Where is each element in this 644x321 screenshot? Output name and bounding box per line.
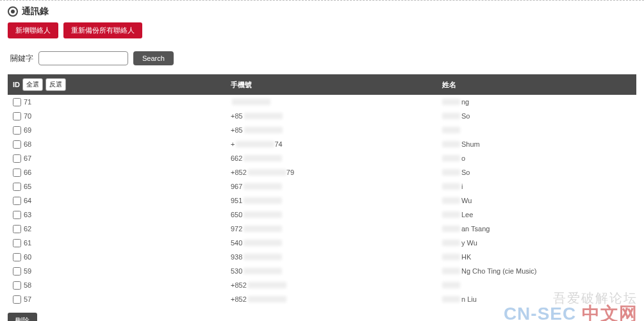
table-row: 64951Wu [8,193,636,208]
row-checkbox[interactable] [13,154,21,163]
select-all-button[interactable]: 全選 [22,78,43,91]
row-phone: 972 [231,225,442,233]
row-name: ng [442,98,631,106]
search-button[interactable]: Search [133,51,174,65]
table-row: 58+852 [8,278,636,292]
table-row: 61540y Wu [8,236,636,250]
row-id: 59 [24,267,31,275]
header-name: 姓名 [442,80,631,90]
row-name: o [442,154,631,162]
redacted-icon [244,197,282,204]
row-id: 61 [24,239,31,247]
row-phone: +85 [231,126,442,134]
row-id: 63 [24,211,31,218]
invert-select-button[interactable]: 反選 [45,78,66,91]
row-name: Shum [442,140,631,148]
row-name: Wu [442,197,631,204]
row-checkbox[interactable] [13,197,21,205]
row-name: So [442,169,631,176]
keyword-input[interactable] [38,51,128,65]
row-name [442,282,631,288]
row-checkbox[interactable] [13,98,21,106]
rebackup-all-button[interactable]: 重新備份所有聯絡人 [63,22,142,38]
row-phone: 662 [231,154,442,162]
row-id: 58 [24,281,31,289]
row-checkbox[interactable] [13,211,21,219]
row-phone: 951 [231,197,442,204]
row-phone: 540 [231,239,442,247]
contacts-table: ID 全選 反選 手機號 姓名 71ng70+85So69+8568+74Shu… [8,74,636,306]
row-phone [231,99,442,105]
redacted-icon [244,254,282,260]
row-checkbox[interactable] [13,225,21,233]
action-buttons: 新增聯絡人 重新備份所有聯絡人 [8,22,636,38]
row-checkbox[interactable] [13,183,21,191]
redacted-icon [442,155,460,161]
redacted-icon [236,141,274,147]
table-row: 69+85 [8,123,636,137]
contacts-icon [8,6,18,17]
delete-button[interactable]: 刪除 [8,313,37,321]
row-phone: +852 [231,281,442,289]
row-checkbox[interactable] [13,169,21,177]
row-checkbox[interactable] [13,239,21,247]
redacted-icon [442,183,460,190]
redacted-icon [442,141,460,147]
redacted-icon [244,268,282,274]
row-id: 69 [24,126,31,134]
row-phone: +852 [231,295,442,303]
redacted-icon [442,197,460,204]
table-row: 70+85So [8,109,636,123]
redacted-icon [248,296,286,302]
page-title: 通訊錄 [22,6,49,17]
search-label: 關鍵字 [10,53,33,64]
redacted-icon [244,155,282,161]
redacted-icon [244,113,283,119]
row-checkbox[interactable] [13,281,21,290]
redacted-icon [442,296,460,302]
row-id: 62 [24,225,31,233]
redacted-icon [442,226,460,232]
row-checkbox[interactable] [13,140,21,149]
header-phone: 手機號 [231,80,442,90]
row-phone: +74 [231,140,442,148]
row-phone: +85 [231,112,442,120]
table-row: 71ng [8,95,636,109]
row-name: Lee [442,211,631,218]
redacted-icon [442,99,460,105]
table-row: 60938HK [8,250,636,264]
table-body: 71ng70+85So69+8568+74Shum67662o66+85279S… [8,95,636,306]
redacted-icon [442,127,460,133]
row-checkbox[interactable] [13,295,21,304]
add-contact-button[interactable]: 新增聯絡人 [8,22,58,38]
row-name: y Wu [442,239,631,247]
table-header: ID 全選 反選 手機號 姓名 [8,74,636,95]
table-row: 59530Ng Cho Ting (cie Music) [8,264,636,278]
row-checkbox[interactable] [13,253,21,261]
redacted-icon [244,240,282,246]
row-id: 60 [24,253,31,261]
redacted-icon [442,169,460,176]
table-row: 57+852n Liu [8,292,636,306]
redacted-icon [442,254,460,260]
redacted-icon [442,282,460,288]
redacted-icon [442,211,460,218]
row-id: 64 [24,197,31,204]
row-checkbox[interactable] [13,112,21,120]
row-phone: 650 [231,211,442,218]
row-id: 67 [24,154,31,162]
row-id: 66 [24,169,31,176]
row-checkbox[interactable] [13,267,21,276]
row-checkbox[interactable] [13,126,21,135]
row-phone: 967 [231,183,442,190]
header-id: ID [13,81,20,88]
row-id: 71 [24,98,31,106]
row-name: Ng Cho Ting (cie Music) [442,267,631,275]
row-id: 70 [24,112,31,120]
row-name: n Liu [442,295,631,303]
row-name: HK [442,253,631,261]
redacted-icon [244,226,282,232]
redacted-icon [244,183,282,190]
row-id: 68 [24,140,31,148]
row-id: 57 [24,295,31,303]
